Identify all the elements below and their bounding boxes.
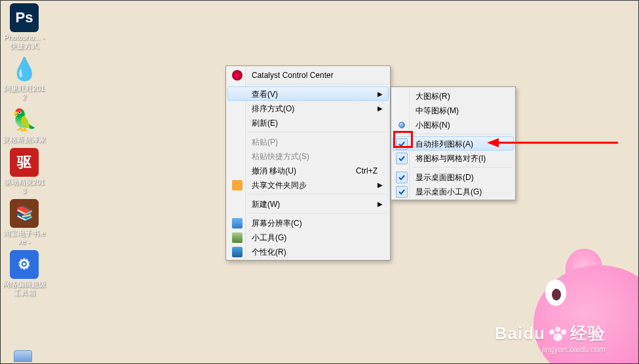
menu-item-sort[interactable]: 排序方式(O) ▶ bbox=[227, 101, 389, 115]
desktop-icon-photoshop[interactable]: Ps Photosho... - 快捷方式 bbox=[1, 3, 48, 50]
menu-item-screen-resolution[interactable]: 屏幕分辨率(C) bbox=[227, 215, 389, 230]
desktop-icon-driver-genius[interactable]: 驱 驱动精灵2013 bbox=[1, 148, 48, 195]
menu-item-label: 排序方式(O) bbox=[252, 104, 294, 113]
checkmark-icon bbox=[396, 153, 408, 164]
annotation-highlight-box bbox=[393, 131, 413, 148]
menu-item-personalize[interactable]: 个性化(R) bbox=[227, 244, 389, 259]
aliwangwang-icon: 💧 bbox=[10, 54, 39, 83]
submenu-item-label: 显示桌面小工具(G) bbox=[416, 187, 482, 196]
baidu-brand: Baidu bbox=[495, 323, 545, 344]
paw-icon bbox=[549, 327, 566, 341]
submenu-item-label: 显示桌面图标(D) bbox=[416, 173, 474, 182]
menu-item-refresh[interactable]: 刷新(E) bbox=[227, 115, 389, 130]
submenu-arrow-icon: ▶ bbox=[378, 101, 383, 116]
submenu-item-large-icons[interactable]: 大图标(R) bbox=[393, 88, 514, 103]
submenu-arrow-icon: ▶ bbox=[378, 178, 383, 192]
submenu-item-label: 中等图标(M) bbox=[416, 106, 459, 115]
menu-separator bbox=[412, 167, 513, 168]
watermark-suffix: 经验 bbox=[570, 322, 606, 345]
submenu-item-show-desktop-icons[interactable]: 显示桌面图标(D) bbox=[393, 170, 514, 184]
taobao-ebook-icon: 📚 bbox=[10, 199, 39, 228]
menu-item-label: 查看(V) bbox=[252, 90, 278, 99]
driver-genius-icon: 驱 bbox=[10, 148, 39, 177]
submenu-item-medium-icons[interactable]: 中等图标(M) bbox=[393, 103, 514, 117]
submenu-arrow-icon: ▶ bbox=[378, 197, 383, 211]
desktop-icon-label: 网络编辑超级工具箱 bbox=[1, 280, 48, 297]
submenu-item-label: 自动排列图标(A) bbox=[416, 139, 473, 149]
ccc-icon bbox=[232, 70, 242, 81]
partial-doc-icon[interactable] bbox=[14, 350, 32, 362]
photoshop-icon: Ps bbox=[10, 3, 39, 32]
submenu-item-label: 将图标与网格对齐(I) bbox=[416, 154, 486, 163]
submenu-arrow-icon: ▶ bbox=[378, 87, 383, 101]
desktop-icons-column: Ps Photosho... - 快捷方式 💧 阿里旺旺2012 🦜 灵格斯翻译… bbox=[1, 1, 50, 301]
desktop-icon-taobao-ebook[interactable]: 📚 淘宝电子书.exe - bbox=[1, 199, 48, 246]
menu-item-new[interactable]: 新建(W) ▶ bbox=[227, 196, 389, 211]
menu-item-shared-folder-sync[interactable]: 共享文件夹同步 ▶ bbox=[227, 177, 389, 192]
menu-item-label: 刷新(E) bbox=[252, 118, 278, 128]
menu-item-catalyst-control-center[interactable]: Catalyst Control Center bbox=[227, 67, 389, 82]
gadget-icon bbox=[232, 232, 242, 243]
menu-separator bbox=[247, 132, 387, 132]
desktop-icon-label: Photosho... - 快捷方式 bbox=[1, 33, 48, 50]
menu-item-label: 屏幕分辨率(C) bbox=[252, 219, 302, 228]
submenu-item-align-grid[interactable]: 将图标与网格对齐(I) bbox=[393, 151, 514, 165]
desktop-context-menu: Catalyst Control Center 查看(V) ▶ 排序方式(O) … bbox=[225, 65, 391, 261]
desktop-icon-label: 阿里旺旺2012 bbox=[1, 84, 48, 101]
submenu-item-label: 小图标(N) bbox=[416, 120, 450, 130]
monitor-icon bbox=[232, 218, 242, 228]
menu-separator bbox=[247, 194, 387, 194]
desktop-icon-label: 淘宝电子书.exe - bbox=[1, 229, 48, 246]
radio-selected-icon bbox=[398, 122, 405, 128]
menu-item-paste-shortcut: 粘贴快捷方式(S) bbox=[227, 149, 389, 163]
checkmark-icon bbox=[396, 186, 408, 198]
submenu-item-small-icons[interactable]: 小图标(N) bbox=[393, 117, 514, 132]
menu-separator bbox=[247, 84, 387, 84]
menu-item-label: 共享文件夹同步 bbox=[252, 181, 307, 190]
desktop-icon-label: 驱动精灵2013 bbox=[1, 178, 48, 195]
checkmark-icon bbox=[396, 172, 408, 183]
lingoes-icon: 🦜 bbox=[10, 105, 39, 134]
desktop-icon-web-editor[interactable]: ⚙ 网络编辑超级工具箱 bbox=[1, 250, 48, 297]
menu-item-label: 个性化(R) bbox=[252, 247, 286, 257]
menu-item-label: Catalyst Control Center bbox=[252, 71, 334, 80]
sync-icon bbox=[232, 180, 242, 191]
menu-item-paste: 粘贴(P) bbox=[227, 134, 389, 149]
menu-separator bbox=[412, 134, 513, 134]
submenu-item-label: 大图标(R) bbox=[416, 92, 450, 101]
svg-marker-1 bbox=[487, 138, 499, 147]
personalize-icon bbox=[232, 247, 242, 257]
menu-item-undo-move[interactable]: 撤消 移动(U) Ctrl+Z bbox=[227, 163, 389, 177]
menu-item-label: 撤消 移动(U) bbox=[252, 166, 296, 175]
menu-item-label: 新建(W) bbox=[252, 200, 280, 209]
watermark-url: jingyan.baidu.com bbox=[495, 345, 606, 354]
menu-item-gadgets[interactable]: 小工具(G) bbox=[227, 230, 389, 244]
submenu-item-show-gadgets[interactable]: 显示桌面小工具(G) bbox=[393, 184, 514, 198]
web-editor-icon: ⚙ bbox=[10, 250, 39, 279]
menu-item-view[interactable]: 查看(V) ▶ bbox=[227, 86, 389, 101]
desktop-icon-aliwangwang[interactable]: 💧 阿里旺旺2012 bbox=[1, 54, 48, 101]
menu-item-label: 粘贴(P) bbox=[252, 137, 278, 147]
desktop-icon-lingoes[interactable]: 🦜 灵格斯翻译家 bbox=[1, 105, 48, 144]
menu-item-label: 粘贴快捷方式(S) bbox=[252, 152, 309, 161]
menu-item-hotkey: Ctrl+Z bbox=[356, 164, 378, 178]
menu-separator bbox=[247, 213, 387, 213]
watermark: Baidu 经验 jingyan.baidu.com bbox=[495, 322, 606, 354]
menu-item-label: 小工具(G) bbox=[252, 233, 286, 242]
desktop-icon-label: 灵格斯翻译家 bbox=[1, 136, 48, 144]
annotation-arrow-icon bbox=[487, 136, 618, 149]
